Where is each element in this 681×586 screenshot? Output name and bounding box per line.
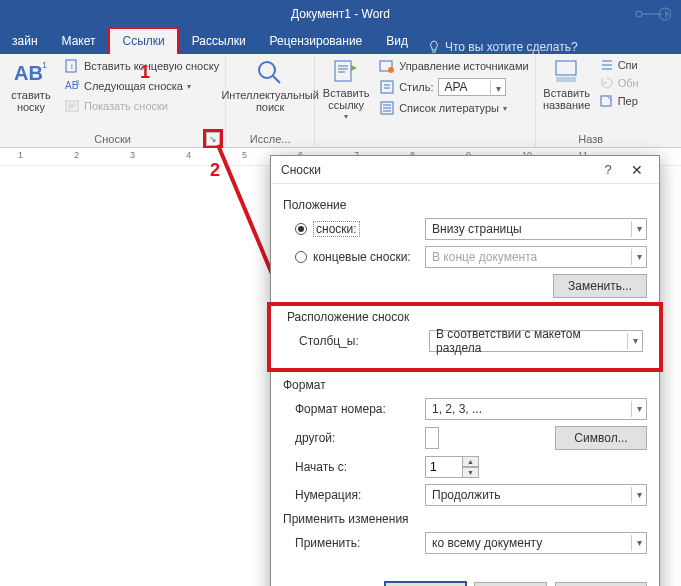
- insert-citation-button[interactable]: Вставить ссылку▾: [319, 56, 373, 131]
- manage-sources-button[interactable]: Управление источниками: [377, 56, 530, 76]
- svg-rect-17: [601, 96, 611, 106]
- svg-point-9: [259, 62, 275, 78]
- show-notes-label: Показать сноски: [84, 100, 168, 112]
- ruler-tick: 3: [130, 150, 135, 160]
- show-notes-icon: [64, 98, 80, 114]
- ribbon-tabs: зайн Макет Ссылки Рассылки Рецензировани…: [0, 28, 681, 54]
- captions-group-label: Назв: [540, 131, 642, 147]
- annotation-1: 1: [140, 62, 150, 83]
- style-value: APA: [445, 80, 468, 94]
- svg-rect-13: [381, 81, 393, 93]
- start-at-input[interactable]: [425, 456, 463, 478]
- style-label: Стиль:: [399, 81, 433, 93]
- svg-point-12: [388, 67, 394, 73]
- tab-review[interactable]: Рецензирование: [258, 29, 375, 54]
- list-icon: [600, 58, 614, 72]
- footnote-ab-icon: AB1: [14, 58, 48, 88]
- footnotes-group-label: Сноски ↘: [4, 131, 221, 147]
- footnotes-position-combo[interactable]: Внизу страницы: [425, 218, 647, 240]
- numbering-combo[interactable]: Продолжить: [425, 484, 647, 506]
- tab-design[interactable]: зайн: [0, 29, 50, 54]
- ruler-tick: 5: [242, 150, 247, 160]
- table-of-figures-button[interactable]: Спи: [598, 56, 641, 74]
- spin-up-icon[interactable]: ▲: [463, 456, 479, 467]
- layout-section-header: Расположение сносок: [287, 310, 643, 324]
- columns-combo[interactable]: В соответствии с макетом раздела: [429, 330, 643, 352]
- style-icon: [379, 79, 395, 95]
- manage-sources-icon: [379, 58, 395, 74]
- insert-endnote-label: Вставить концевую сноску: [84, 60, 219, 72]
- position-section-header: Положение: [283, 198, 647, 212]
- number-format-combo[interactable]: 1, 2, 3, ...: [425, 398, 647, 420]
- start-at-label: Начать с:: [295, 460, 425, 474]
- svg-text:1: 1: [76, 79, 80, 86]
- apply-to-label: Применить:: [295, 536, 425, 550]
- tab-mailings[interactable]: Рассылки: [180, 29, 258, 54]
- bibliography-button[interactable]: Список литературы▾: [377, 98, 530, 118]
- dialog-close-button[interactable]: ✕: [621, 162, 653, 178]
- crossref-icon: [600, 94, 614, 108]
- format-section-header: Формат: [283, 378, 647, 392]
- watermark-icon: [631, 4, 671, 24]
- ruler-tick: 4: [186, 150, 191, 160]
- footnotes-radio[interactable]: сноски:: [295, 221, 425, 237]
- dropdown-caret-icon: ▾: [187, 82, 191, 91]
- bibliography-icon: [379, 100, 395, 116]
- spin-down-icon[interactable]: ▼: [463, 467, 479, 478]
- annotation-2: 2: [210, 160, 220, 181]
- footnotes-dialog: Сноски ? ✕ Положение сноски: Внизу стран…: [270, 155, 660, 586]
- convert-button[interactable]: Заменить...: [553, 274, 647, 298]
- svg-point-0: [636, 11, 642, 17]
- refresh-icon: [600, 76, 614, 90]
- insert-caption-button[interactable]: Вставить название: [540, 56, 594, 131]
- svg-text:1: 1: [42, 60, 47, 70]
- custom-mark-input[interactable]: [425, 427, 439, 449]
- dialog-titlebar[interactable]: Сноски ? ✕: [271, 156, 659, 184]
- svg-text:AB: AB: [14, 62, 43, 84]
- bibliography-label: Список литературы: [399, 102, 499, 114]
- radio-checked-icon: [295, 223, 307, 235]
- show-notes-button[interactable]: Показать сноски: [62, 96, 221, 116]
- apply-to-combo[interactable]: ко всему документу: [425, 532, 647, 554]
- lightbulb-icon: [428, 40, 440, 54]
- dialog-cancel-button[interactable]: Отмена: [474, 582, 547, 586]
- footnotes-dialog-launcher[interactable]: ↘: [206, 132, 220, 146]
- symbol-button[interactable]: Символ...: [555, 426, 647, 450]
- manage-sources-label: Управление источниками: [399, 60, 528, 72]
- citation-style-dropdown[interactable]: Стиль: APA: [377, 76, 530, 98]
- magnifier-icon: [255, 58, 285, 88]
- svg-text:i: i: [71, 62, 73, 71]
- tab-references[interactable]: Ссылки: [107, 26, 179, 54]
- insert-footnote-label: ставить носку: [5, 89, 57, 113]
- tell-me-search[interactable]: Что вы хотите сделать?: [420, 40, 586, 54]
- smart-lookup-button[interactable]: Интеллектуальный поиск: [230, 56, 310, 131]
- apply-changes-section-header: Применить изменения: [283, 512, 647, 526]
- numbering-label: Нумерация:: [295, 488, 425, 502]
- dialog-insert-button[interactable]: Вставить: [385, 582, 466, 586]
- update-table-button[interactable]: Обн: [598, 74, 641, 92]
- tab-layout[interactable]: Макет: [50, 29, 108, 54]
- columns-label: Столбц_ы:: [299, 334, 429, 348]
- tell-me-label: Что вы хотите сделать?: [445, 40, 578, 54]
- start-at-spinner[interactable]: ▲▼: [425, 456, 479, 478]
- caption-icon: [553, 58, 581, 86]
- title-bar: Документ1 - Word: [0, 0, 681, 28]
- svg-rect-10: [335, 61, 351, 81]
- svg-rect-15: [556, 61, 576, 75]
- ruler-tick: 1: [18, 150, 23, 160]
- citation-icon: [332, 58, 360, 86]
- ribbon: AB1 ставить носку i Вставить концевую сн…: [0, 54, 681, 148]
- radio-unchecked-icon: [295, 251, 307, 263]
- cross-reference-button[interactable]: Пер: [598, 92, 641, 110]
- endnotes-position-combo: В конце документа: [425, 246, 647, 268]
- endnotes-radio[interactable]: концевые сноски:: [295, 250, 425, 264]
- number-format-label: Формат номера:: [295, 402, 425, 416]
- insert-citation-label: Вставить ссылку: [320, 87, 372, 111]
- dialog-title: Сноски: [281, 163, 321, 177]
- dialog-help-button[interactable]: ?: [595, 162, 621, 177]
- tab-view[interactable]: Вид: [374, 29, 420, 54]
- insert-footnote-button[interactable]: AB1 ставить носку: [4, 56, 58, 131]
- next-footnote-label: Следующая сноска: [84, 80, 183, 92]
- dialog-apply-button[interactable]: Применить: [555, 582, 647, 586]
- svg-rect-16: [556, 77, 576, 82]
